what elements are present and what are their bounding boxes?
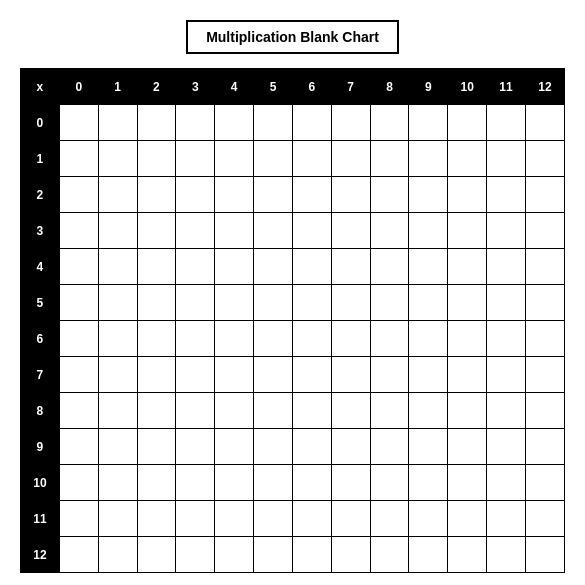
blank-cell[interactable]: [487, 465, 526, 501]
blank-cell[interactable]: [254, 213, 293, 249]
blank-cell[interactable]: [448, 285, 487, 321]
blank-cell[interactable]: [254, 141, 293, 177]
blank-cell[interactable]: [487, 537, 526, 573]
blank-cell[interactable]: [176, 537, 215, 573]
blank-cell[interactable]: [409, 105, 448, 141]
blank-cell[interactable]: [176, 177, 215, 213]
blank-cell[interactable]: [137, 357, 176, 393]
blank-cell[interactable]: [137, 213, 176, 249]
blank-cell[interactable]: [176, 213, 215, 249]
blank-cell[interactable]: [370, 177, 409, 213]
blank-cell[interactable]: [215, 357, 254, 393]
blank-cell[interactable]: [409, 321, 448, 357]
blank-cell[interactable]: [292, 213, 331, 249]
blank-cell[interactable]: [448, 537, 487, 573]
blank-cell[interactable]: [98, 141, 137, 177]
blank-cell[interactable]: [370, 321, 409, 357]
blank-cell[interactable]: [525, 285, 564, 321]
blank-cell[interactable]: [487, 105, 526, 141]
blank-cell[interactable]: [98, 249, 137, 285]
blank-cell[interactable]: [292, 285, 331, 321]
blank-cell[interactable]: [215, 105, 254, 141]
blank-cell[interactable]: [176, 357, 215, 393]
blank-cell[interactable]: [98, 357, 137, 393]
blank-cell[interactable]: [331, 357, 370, 393]
blank-cell[interactable]: [176, 429, 215, 465]
blank-cell[interactable]: [409, 429, 448, 465]
blank-cell[interactable]: [98, 393, 137, 429]
blank-cell[interactable]: [254, 465, 293, 501]
blank-cell[interactable]: [59, 177, 98, 213]
blank-cell[interactable]: [292, 357, 331, 393]
blank-cell[interactable]: [487, 249, 526, 285]
blank-cell[interactable]: [59, 321, 98, 357]
blank-cell[interactable]: [331, 429, 370, 465]
blank-cell[interactable]: [292, 501, 331, 537]
blank-cell[interactable]: [409, 285, 448, 321]
blank-cell[interactable]: [254, 177, 293, 213]
blank-cell[interactable]: [215, 249, 254, 285]
blank-cell[interactable]: [487, 285, 526, 321]
blank-cell[interactable]: [215, 141, 254, 177]
blank-cell[interactable]: [292, 321, 331, 357]
blank-cell[interactable]: [409, 393, 448, 429]
blank-cell[interactable]: [98, 501, 137, 537]
blank-cell[interactable]: [176, 465, 215, 501]
blank-cell[interactable]: [215, 321, 254, 357]
blank-cell[interactable]: [137, 249, 176, 285]
blank-cell[interactable]: [370, 105, 409, 141]
blank-cell[interactable]: [525, 213, 564, 249]
blank-cell[interactable]: [215, 213, 254, 249]
blank-cell[interactable]: [292, 465, 331, 501]
blank-cell[interactable]: [254, 285, 293, 321]
blank-cell[interactable]: [448, 501, 487, 537]
blank-cell[interactable]: [370, 393, 409, 429]
blank-cell[interactable]: [525, 141, 564, 177]
blank-cell[interactable]: [331, 285, 370, 321]
blank-cell[interactable]: [137, 465, 176, 501]
blank-cell[interactable]: [98, 105, 137, 141]
blank-cell[interactable]: [409, 249, 448, 285]
blank-cell[interactable]: [98, 285, 137, 321]
blank-cell[interactable]: [215, 465, 254, 501]
blank-cell[interactable]: [98, 213, 137, 249]
blank-cell[interactable]: [331, 177, 370, 213]
blank-cell[interactable]: [215, 537, 254, 573]
blank-cell[interactable]: [487, 357, 526, 393]
blank-cell[interactable]: [525, 105, 564, 141]
blank-cell[interactable]: [137, 393, 176, 429]
blank-cell[interactable]: [98, 177, 137, 213]
blank-cell[interactable]: [292, 105, 331, 141]
blank-cell[interactable]: [331, 105, 370, 141]
blank-cell[interactable]: [254, 393, 293, 429]
blank-cell[interactable]: [176, 285, 215, 321]
blank-cell[interactable]: [448, 105, 487, 141]
blank-cell[interactable]: [254, 357, 293, 393]
blank-cell[interactable]: [525, 501, 564, 537]
blank-cell[interactable]: [487, 321, 526, 357]
blank-cell[interactable]: [409, 537, 448, 573]
blank-cell[interactable]: [59, 429, 98, 465]
blank-cell[interactable]: [137, 141, 176, 177]
blank-cell[interactable]: [176, 321, 215, 357]
blank-cell[interactable]: [137, 321, 176, 357]
blank-cell[interactable]: [448, 465, 487, 501]
blank-cell[interactable]: [59, 249, 98, 285]
blank-cell[interactable]: [215, 285, 254, 321]
blank-cell[interactable]: [331, 393, 370, 429]
blank-cell[interactable]: [59, 141, 98, 177]
blank-cell[interactable]: [292, 429, 331, 465]
blank-cell[interactable]: [370, 465, 409, 501]
blank-cell[interactable]: [98, 465, 137, 501]
blank-cell[interactable]: [487, 429, 526, 465]
blank-cell[interactable]: [370, 357, 409, 393]
blank-cell[interactable]: [254, 321, 293, 357]
blank-cell[interactable]: [370, 141, 409, 177]
blank-cell[interactable]: [176, 249, 215, 285]
blank-cell[interactable]: [525, 177, 564, 213]
blank-cell[interactable]: [292, 177, 331, 213]
blank-cell[interactable]: [176, 501, 215, 537]
blank-cell[interactable]: [215, 429, 254, 465]
blank-cell[interactable]: [59, 465, 98, 501]
blank-cell[interactable]: [525, 465, 564, 501]
